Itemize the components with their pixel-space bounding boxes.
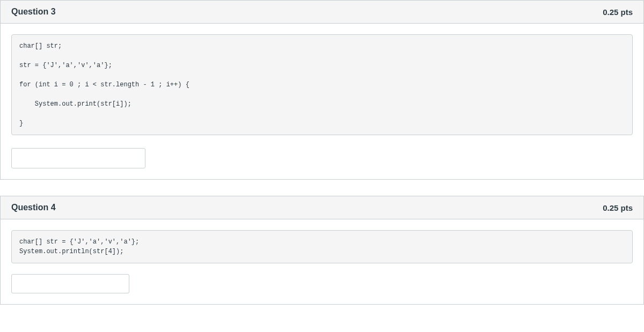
question-body: char[] str; str = {'J','a','v','a'}; for… <box>1 24 643 179</box>
question-title: Question 4 <box>11 203 56 212</box>
question-title: Question 3 <box>11 7 56 17</box>
question-block-4: Question 4 0.25 pts char[] str = {'J','a… <box>0 196 644 305</box>
question-points: 0.25 pts <box>603 8 633 17</box>
question-body: char[] str = {'J','a','v','a'}; System.o… <box>1 219 643 304</box>
question-header: Question 4 0.25 pts <box>1 196 643 219</box>
code-block: char[] str; str = {'J','a','v','a'}; for… <box>11 34 633 135</box>
answer-input[interactable] <box>11 148 145 168</box>
answer-input[interactable] <box>11 274 129 293</box>
question-points: 0.25 pts <box>603 203 633 212</box>
code-block: char[] str = {'J','a','v','a'}; System.o… <box>11 230 633 263</box>
question-block-3: Question 3 0.25 pts char[] str; str = {'… <box>0 0 644 180</box>
question-header: Question 3 0.25 pts <box>1 1 643 24</box>
